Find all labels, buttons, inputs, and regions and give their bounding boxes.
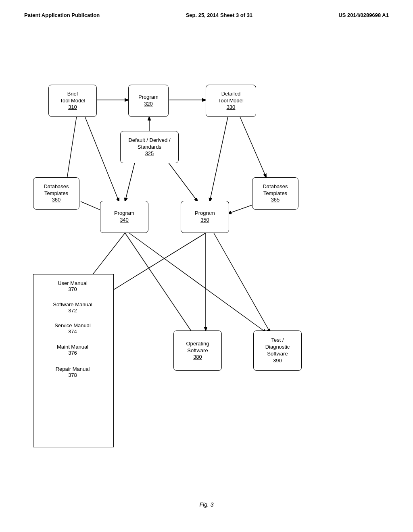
program-320-label: Program bbox=[138, 94, 159, 101]
databases-360-label: DatabasesTemplates bbox=[44, 183, 69, 197]
manuals-group-box bbox=[33, 274, 114, 447]
header-right: US 2014/0289698 A1 bbox=[338, 12, 389, 18]
brief-tool-model-label: BriefTool Model bbox=[60, 91, 86, 104]
default-derived-label: Default / Derived /Standards bbox=[128, 137, 170, 151]
program-350-label: Program bbox=[195, 210, 215, 217]
repair-manual-label: Repair Manual bbox=[56, 366, 90, 372]
software-manual-number: 372 bbox=[68, 308, 77, 314]
detailed-tool-model-number: 330 bbox=[227, 104, 236, 111]
default-derived-number: 325 bbox=[145, 150, 154, 157]
test-diagnostic-number: 390 bbox=[273, 357, 282, 364]
maint-manual-number: 376 bbox=[68, 350, 77, 356]
svg-line-6 bbox=[85, 116, 119, 202]
page: Patent Application Publication Sep. 25, … bbox=[0, 0, 413, 532]
program-340-box: Program 340 bbox=[100, 201, 148, 233]
maint-manual-label: Maint Manual bbox=[57, 344, 88, 350]
fig-label: Fig. 3 bbox=[199, 501, 213, 508]
default-derived-box: Default / Derived /Standards 325 bbox=[120, 131, 179, 163]
repair-manual-item: Repair Manual 378 bbox=[36, 366, 109, 378]
program-320-number: 320 bbox=[144, 101, 153, 108]
svg-line-15 bbox=[129, 233, 266, 332]
user-manual-number: 370 bbox=[68, 286, 77, 292]
user-manual-item: User Manual 370 bbox=[36, 280, 109, 292]
test-diagnostic-box: Test /DiagnosticSoftware 390 bbox=[253, 330, 302, 371]
svg-line-5 bbox=[67, 116, 77, 181]
svg-line-8 bbox=[210, 117, 228, 202]
operating-software-box: OperatingSoftware 380 bbox=[173, 330, 222, 371]
databases-360-number: 360 bbox=[52, 197, 61, 204]
software-manual-item: Software Manual 372 bbox=[36, 301, 109, 314]
detailed-tool-model-label: DetailedTool Model bbox=[218, 91, 244, 104]
patent-header: Patent Application Publication Sep. 25, … bbox=[0, 0, 413, 18]
header-center: Sep. 25, 2014 Sheet 3 of 31 bbox=[186, 12, 252, 18]
repair-manual-number: 378 bbox=[68, 372, 77, 378]
detailed-tool-model-box: DetailedTool Model 330 bbox=[206, 85, 256, 117]
service-manual-label: Service Manual bbox=[54, 322, 91, 328]
databases-360-box: DatabasesTemplates 360 bbox=[33, 177, 79, 210]
databases-365-box: DatabasesTemplates 365 bbox=[252, 177, 298, 210]
service-manual-number: 374 bbox=[68, 328, 77, 335]
brief-tool-model-number: 310 bbox=[68, 104, 77, 111]
program-340-number: 340 bbox=[120, 217, 129, 224]
brief-tool-model-box: BriefTool Model 310 bbox=[48, 85, 97, 117]
program-350-box: Program 350 bbox=[181, 201, 229, 233]
software-manual-label: Software Manual bbox=[53, 301, 92, 308]
svg-line-9 bbox=[240, 117, 266, 177]
operating-software-number: 380 bbox=[193, 354, 202, 361]
header-left: Patent Application Publication bbox=[24, 12, 100, 18]
svg-line-16 bbox=[214, 233, 270, 332]
svg-line-13 bbox=[125, 233, 194, 335]
program-340-label: Program bbox=[114, 210, 134, 217]
user-manual-label: User Manual bbox=[58, 280, 88, 286]
program-320-box: Program 320 bbox=[128, 85, 169, 117]
databases-365-label: DatabasesTemplates bbox=[263, 183, 288, 197]
operating-software-label: OperatingSoftware bbox=[186, 341, 209, 354]
maint-manual-item: Maint Manual 376 bbox=[36, 344, 109, 356]
test-diagnostic-label: Test /DiagnosticSoftware bbox=[265, 337, 290, 357]
program-350-number: 350 bbox=[200, 217, 209, 224]
service-manual-item: Service Manual 374 bbox=[36, 322, 109, 335]
diagram-area: BriefTool Model 310 Program 320 Detailed… bbox=[0, 32, 413, 524]
databases-365-number: 365 bbox=[271, 197, 280, 204]
